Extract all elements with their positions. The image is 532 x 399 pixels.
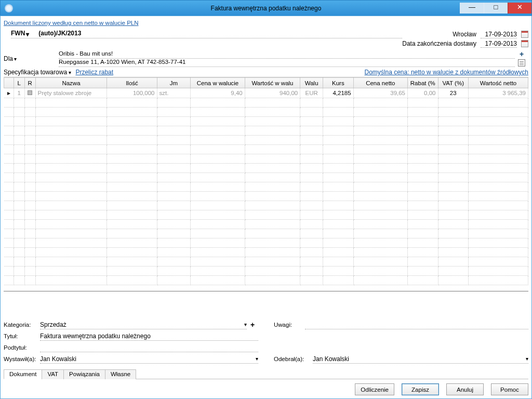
table-row[interactable] — [4, 154, 528, 164]
cell-cur[interactable] — [300, 173, 323, 182]
cell-r[interactable] — [24, 98, 35, 108]
cell-vat[interactable] — [438, 210, 468, 220]
cell-r[interactable] — [24, 126, 35, 136]
cell-lp[interactable] — [14, 154, 24, 164]
cell-discount[interactable] — [408, 136, 438, 145]
cell-rate[interactable] — [323, 229, 353, 238]
cell-discount[interactable] — [408, 173, 438, 182]
cell-cur[interactable] — [300, 229, 323, 238]
cell-cur[interactable] — [300, 220, 323, 229]
table-row[interactable] — [4, 108, 528, 117]
cell-value_net[interactable] — [468, 108, 528, 117]
cell-marker[interactable] — [4, 182, 14, 192]
cell-vat[interactable] — [438, 126, 468, 136]
cell-rate[interactable] — [323, 154, 353, 164]
cell-name[interactable] — [35, 98, 107, 108]
cell-cur[interactable] — [300, 257, 323, 267]
cell-lp[interactable] — [14, 164, 24, 173]
cell-lp[interactable] — [14, 210, 24, 220]
cell-lp[interactable] — [14, 108, 24, 117]
cell-value_cur[interactable] — [245, 192, 300, 201]
cell-lp[interactable] — [14, 173, 24, 182]
table-row[interactable] — [4, 257, 528, 267]
cell-discount[interactable] — [408, 220, 438, 229]
cell-marker[interactable]: ▸ — [4, 88, 14, 98]
cell-price_cur[interactable] — [191, 98, 245, 108]
cell-rate[interactable] — [323, 267, 353, 276]
cell-lp[interactable] — [14, 229, 24, 238]
col-lp[interactable]: L — [14, 78, 24, 88]
receiver-field[interactable]: Jan Kowalski ▾ — [313, 354, 528, 364]
title-field[interactable]: Faktura wewnętrzna podatku należnego — [40, 331, 258, 341]
cell-name[interactable] — [35, 201, 107, 210]
cell-jm[interactable] — [157, 267, 191, 276]
spec-label[interactable]: Specyfikacja towarowa ▾ — [4, 69, 71, 76]
cell-name[interactable] — [35, 276, 107, 285]
cell-value_cur[interactable] — [245, 201, 300, 210]
cell-lp[interactable] — [14, 201, 24, 210]
cell-jm[interactable]: szt. — [157, 88, 191, 98]
cell-vat[interactable] — [438, 276, 468, 285]
cell-rate[interactable] — [323, 182, 353, 192]
cell-value_net[interactable] — [468, 126, 528, 136]
cell-price_net[interactable] — [353, 229, 407, 238]
cell-marker[interactable] — [4, 98, 14, 108]
cell-discount[interactable] — [408, 210, 438, 220]
cell-cur[interactable] — [300, 201, 323, 210]
cell-marker[interactable] — [4, 136, 14, 145]
cell-jm[interactable] — [157, 182, 191, 192]
calendar-icon[interactable] — [521, 40, 528, 47]
cell-price_cur[interactable] — [191, 192, 245, 201]
cell-jm[interactable] — [157, 126, 191, 136]
cell-r[interactable] — [24, 145, 35, 154]
cell-vat[interactable] — [438, 257, 468, 267]
cell-cur[interactable] — [300, 136, 323, 145]
cell-value_cur[interactable] — [245, 229, 300, 238]
cell-rate[interactable] — [323, 126, 353, 136]
cell-vat[interactable] — [438, 229, 468, 238]
tab-vat[interactable]: VAT — [42, 369, 64, 379]
cell-vat[interactable] — [438, 98, 468, 108]
cell-price_cur[interactable] — [191, 154, 245, 164]
cell-lp[interactable] — [14, 145, 24, 154]
cell-qty[interactable] — [107, 229, 157, 238]
cell-lp[interactable] — [14, 238, 24, 248]
cell-jm[interactable] — [157, 154, 191, 164]
cell-price_net[interactable] — [353, 238, 407, 248]
cell-price_net[interactable] — [353, 98, 407, 108]
cell-marker[interactable] — [4, 192, 14, 201]
cell-lp[interactable] — [14, 117, 24, 126]
cell-jm[interactable] — [157, 276, 191, 285]
cell-name[interactable] — [35, 192, 107, 201]
cell-discount[interactable] — [408, 192, 438, 201]
table-row[interactable] — [4, 126, 528, 136]
table-row[interactable] — [4, 136, 528, 145]
recalc-discount-link[interactable]: Przelicz rabat — [75, 69, 113, 76]
cell-discount[interactable] — [408, 164, 438, 173]
cell-cur[interactable]: EUR — [300, 88, 323, 98]
cell-qty[interactable] — [107, 136, 157, 145]
cell-vat[interactable] — [438, 220, 468, 229]
cell-qty[interactable] — [107, 126, 157, 136]
cell-r[interactable] — [24, 136, 35, 145]
table-row[interactable] — [4, 210, 528, 220]
col-name[interactable]: Nazwa — [35, 78, 107, 88]
help-button[interactable]: Pomoc — [491, 383, 528, 395]
cell-marker[interactable] — [4, 229, 14, 238]
cell-vat[interactable] — [438, 108, 468, 117]
cell-marker[interactable] — [4, 164, 14, 173]
table-row[interactable] — [4, 145, 528, 154]
cell-r[interactable] — [24, 276, 35, 285]
cell-name[interactable] — [35, 126, 107, 136]
cell-name[interactable] — [35, 248, 107, 257]
cell-price_cur[interactable] — [191, 173, 245, 182]
cell-rate[interactable] — [323, 201, 353, 210]
cell-rate[interactable] — [323, 136, 353, 145]
cell-discount[interactable] — [408, 229, 438, 238]
cell-qty[interactable] — [107, 267, 157, 276]
cell-cur[interactable] — [300, 248, 323, 257]
cell-lp[interactable] — [14, 192, 24, 201]
cell-price_net[interactable] — [353, 136, 407, 145]
cell-lp[interactable] — [14, 248, 24, 257]
cell-r[interactable] — [24, 267, 35, 276]
